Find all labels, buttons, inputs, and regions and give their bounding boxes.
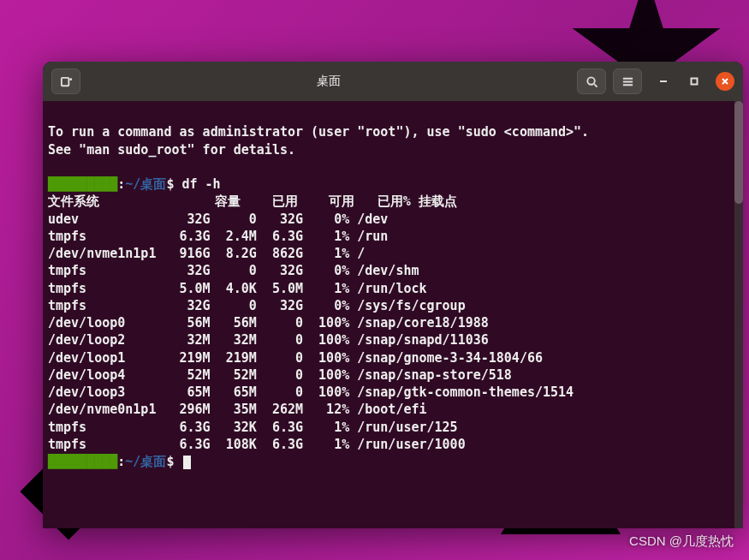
window-title: 桌面 bbox=[87, 74, 570, 89]
prompt-path-2: ~/桌面 bbox=[125, 454, 166, 469]
maximize-button[interactable] bbox=[685, 72, 704, 91]
scrollbar[interactable] bbox=[734, 101, 743, 528]
df-row: /dev/loop2 32M 32M 0 100% /snap/snapd/11… bbox=[48, 332, 489, 348]
search-button[interactable] bbox=[577, 69, 606, 94]
prompt-dollar: $ bbox=[166, 176, 181, 192]
terminal-window: 桌面 To run a command as administrator (us… bbox=[43, 62, 743, 528]
new-tab-button[interactable] bbox=[51, 69, 80, 94]
df-row: udev 32G 0 32G 0% /dev bbox=[48, 211, 388, 227]
minimize-icon bbox=[659, 77, 668, 86]
df-row: tmpfs 6.3G 32K 6.3G 1% /run/user/125 bbox=[48, 420, 458, 435]
minimize-button[interactable] bbox=[654, 72, 673, 91]
df-row: /dev/nvme1n1p1 916G 8.2G 862G 1% / bbox=[48, 246, 365, 261]
close-icon bbox=[721, 77, 729, 86]
titlebar: 桌面 bbox=[43, 62, 743, 101]
terminal-body[interactable]: To run a command as administrator (user … bbox=[43, 101, 743, 528]
prompt-line-1: █████████:~/桌面$ df -h bbox=[48, 176, 221, 192]
prompt-colon: : bbox=[117, 176, 125, 192]
prompt-line-2: █████████:~/桌面$ bbox=[48, 454, 191, 469]
df-row: /dev/loop0 56M 56M 0 100% /snap/core18/1… bbox=[48, 315, 489, 331]
prompt-path: ~/桌面 bbox=[125, 176, 166, 192]
prompt-dollar-2: $ bbox=[166, 454, 181, 469]
prompt-user: █████████ bbox=[48, 176, 117, 192]
df-row: tmpfs 5.0M 4.0K 5.0M 1% /run/lock bbox=[48, 281, 427, 296]
df-row: /dev/nvme0n1p1 296M 35M 262M 12% /boot/e… bbox=[48, 402, 427, 417]
df-output: 文件系统 容量 已用 可用 已用% 挂载点 udev 32G 0 32G 0% … bbox=[48, 193, 738, 453]
intro-line-2: See "man sudo_root" for details. bbox=[48, 142, 295, 158]
svg-point-1 bbox=[587, 77, 594, 84]
watermark: CSDN @几度热忱 bbox=[629, 533, 734, 550]
new-tab-icon bbox=[60, 75, 73, 88]
df-row: tmpfs 6.3G 2.4M 6.3G 1% /run bbox=[48, 229, 388, 244]
window-controls bbox=[654, 72, 734, 91]
menu-button[interactable] bbox=[613, 69, 642, 94]
df-row: /dev/loop3 65M 65M 0 100% /snap/gtk-comm… bbox=[48, 384, 574, 400]
maximize-icon bbox=[690, 77, 698, 86]
prompt-colon-2: : bbox=[117, 454, 125, 469]
intro-line-1: To run a command as administrator (user … bbox=[48, 124, 589, 140]
df-row: /dev/loop1 219M 219M 0 100% /snap/gnome-… bbox=[48, 350, 543, 366]
scrollbar-thumb[interactable] bbox=[734, 101, 743, 204]
df-row: tmpfs 32G 0 32G 0% /dev/shm bbox=[48, 263, 419, 278]
df-row: tmpfs 32G 0 32G 0% /sys/fs/cgroup bbox=[48, 298, 466, 313]
df-row: tmpfs 6.3G 108K 6.3G 1% /run/user/1000 bbox=[48, 437, 466, 452]
hamburger-icon bbox=[621, 75, 634, 88]
df-row: /dev/loop4 52M 52M 0 100% /snap/snap-sto… bbox=[48, 367, 512, 383]
svg-rect-2 bbox=[692, 79, 698, 85]
search-icon bbox=[586, 75, 598, 88]
svg-rect-0 bbox=[61, 77, 68, 85]
cursor bbox=[183, 456, 191, 469]
df-header: 文件系统 容量 已用 可用 已用% 挂载点 bbox=[48, 194, 457, 209]
prompt-command: df -h bbox=[181, 176, 220, 192]
prompt-user-2: █████████ bbox=[48, 454, 117, 469]
close-button[interactable] bbox=[716, 72, 734, 91]
